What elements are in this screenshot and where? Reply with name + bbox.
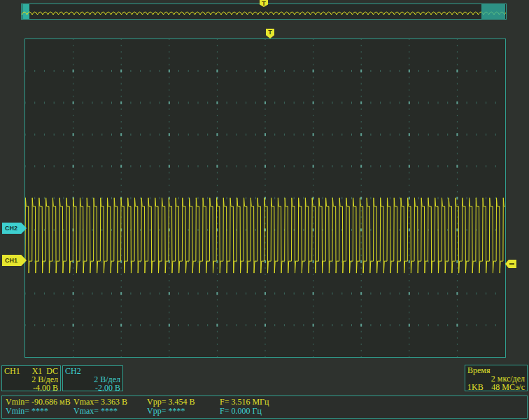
timebase-panel[interactable]: Время 2 мкс/дел 1KB 48 МСэ/с — [465, 365, 528, 391]
ch1-label: CH1 — [4, 367, 20, 375]
trigger-level-marker[interactable] — [505, 260, 516, 268]
ch2-position-marker[interactable]: CH2 — [2, 223, 27, 234]
memory-depth: 1KB — [467, 383, 484, 391]
ch2-settings-panel[interactable]: CH2 2 В/дел -2.00 В — [62, 365, 123, 391]
ch2-label: CH2 — [65, 367, 81, 375]
ch2-vmin-readout: Vmin= **** — [6, 407, 48, 416]
ch1-waveform-trace — [25, 39, 505, 357]
overview-window-right-handle[interactable] — [481, 4, 505, 19]
ch1-position-marker[interactable]: CH1 — [2, 255, 27, 266]
ch2-vpp-readout: Vpp= **** — [147, 407, 185, 416]
sample-rate: 48 МСэ/с — [491, 383, 525, 391]
ch2-freq-readout: F= 0.000 Гц — [220, 407, 262, 416]
ch1-offset: -4.00 В — [33, 384, 58, 392]
ch2-offset: -2.00 В — [95, 384, 120, 392]
measurements-bar: Vmin= -90.686 мВ Vmax= 3.363 В Vpp= 3.45… — [1, 396, 528, 419]
ch2-vmax-readout: Vmax= **** — [73, 407, 118, 416]
timebase-title: Время — [467, 366, 490, 374]
waveform-display — [24, 38, 506, 358]
ch1-settings-panel[interactable]: CH1 X1 DC 2 В/дел -4.00 В — [1, 365, 61, 391]
trigger-position-marker[interactable]: T — [266, 29, 274, 38]
oscilloscope-screen: T T CH2 CH1 CH1 X1 DC 2 В/дел -4.00 В CH… — [0, 0, 529, 420]
